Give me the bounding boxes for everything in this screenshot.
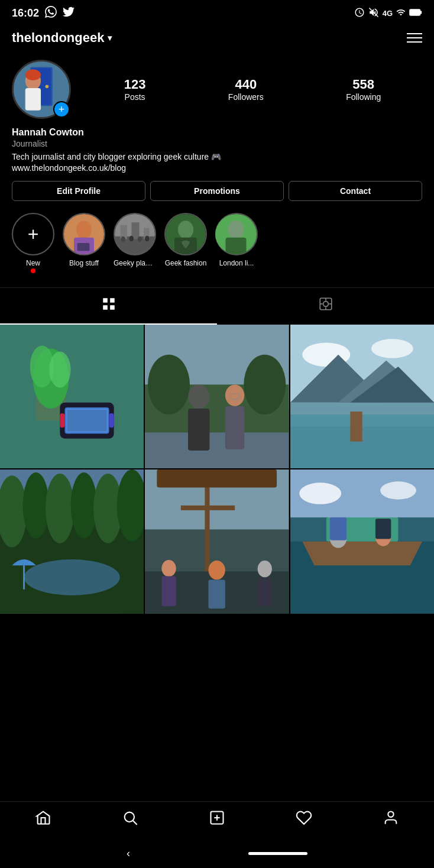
- nav-profile[interactable]: [376, 808, 406, 831]
- svg-point-22: [145, 236, 150, 241]
- status-time: 16:02: [12, 7, 39, 20]
- svg-rect-47: [67, 410, 107, 431]
- story-london-image: [215, 213, 257, 255]
- svg-point-34: [323, 302, 328, 307]
- photo-6-image: [290, 469, 434, 613]
- photo-4-image: [0, 469, 144, 613]
- android-home-pill[interactable]: [248, 852, 307, 855]
- story-fashion[interactable]: Geek fashion: [164, 213, 207, 273]
- svg-point-87: [162, 560, 176, 576]
- svg-point-99: [380, 482, 416, 500]
- story-geeky-label: Geeky places: [114, 259, 156, 267]
- profile-top: + 123 Posts 440 Followers 558 Following: [12, 60, 422, 119]
- svg-point-9: [25, 69, 41, 80]
- svg-rect-84: [181, 506, 235, 510]
- signal-4g-icon: 4G: [383, 9, 393, 18]
- svg-rect-103: [375, 519, 391, 539]
- following-label: Following: [346, 92, 381, 102]
- stories-row: + New Blog stuff: [12, 213, 422, 276]
- svg-point-53: [148, 355, 190, 414]
- svg-point-98: [299, 483, 341, 504]
- grid-photo-2[interactable]: [145, 325, 289, 468]
- signal-bars-icon: [396, 8, 406, 20]
- status-bar: 16:02 4G: [0, 0, 434, 25]
- contact-button[interactable]: Contact: [289, 181, 422, 201]
- nav-home[interactable]: [28, 808, 58, 831]
- nav-post[interactable]: [202, 808, 232, 831]
- svg-point-43: [49, 352, 70, 388]
- nav-search[interactable]: [115, 808, 145, 831]
- grid-photo-3[interactable]: [290, 325, 434, 468]
- grid-photo-5[interactable]: [145, 469, 289, 613]
- story-london-circle: [215, 213, 258, 255]
- tab-tagged[interactable]: [217, 288, 434, 325]
- svg-point-79: [24, 559, 120, 595]
- grid-icon: [101, 296, 116, 315]
- svg-point-20: [129, 236, 134, 241]
- story-blog[interactable]: Blog stuff: [63, 213, 105, 273]
- grid-photo-4[interactable]: [0, 469, 144, 613]
- hamburger-line-3: [407, 41, 422, 43]
- twitter-icon: [63, 6, 75, 21]
- header: thelondongeek ▾: [0, 25, 434, 54]
- edit-profile-button[interactable]: Edit Profile: [12, 181, 145, 201]
- grid-photo-1[interactable]: [0, 325, 144, 468]
- svg-point-63: [371, 339, 413, 358]
- svg-rect-48: [60, 413, 64, 427]
- website-link[interactable]: www.thelondongeek.co.uk/blog: [12, 163, 422, 173]
- svg-rect-2: [420, 11, 422, 14]
- svg-point-91: [258, 561, 272, 577]
- followers-stat[interactable]: 440 Followers: [228, 77, 264, 102]
- svg-rect-69: [350, 412, 362, 442]
- svg-point-19: [121, 237, 125, 242]
- svg-point-55: [188, 384, 209, 409]
- svg-line-105: [133, 821, 137, 824]
- story-new[interactable]: + New: [12, 213, 54, 273]
- occupation: Journalist: [12, 139, 422, 148]
- svg-rect-90: [209, 580, 225, 609]
- android-back-button[interactable]: ‹: [127, 847, 130, 860]
- story-geeky-circle: [114, 213, 156, 255]
- story-geeky[interactable]: Geeky places: [114, 213, 156, 273]
- svg-rect-13: [77, 243, 90, 251]
- svg-rect-58: [225, 406, 244, 449]
- action-buttons: Edit Profile Promotions Contact: [12, 181, 422, 201]
- story-fashion-circle: [164, 213, 207, 255]
- svg-point-57: [225, 384, 244, 406]
- post-icon: [209, 809, 225, 830]
- story-london[interactable]: London li...: [215, 213, 258, 273]
- story-fashion-image: [166, 213, 206, 255]
- story-blog-label: Blog stuff: [69, 259, 99, 267]
- hamburger-line-2: [407, 37, 422, 38]
- home-icon: [35, 809, 51, 830]
- svg-point-11: [76, 221, 92, 238]
- svg-point-24: [178, 221, 193, 238]
- svg-rect-39: [0, 325, 144, 468]
- svg-rect-101: [330, 517, 346, 540]
- story-new-label: New: [26, 259, 40, 267]
- mute-icon: [368, 7, 379, 20]
- search-icon: [122, 809, 138, 830]
- header-username-area[interactable]: thelondongeek ▾: [12, 30, 112, 46]
- menu-button[interactable]: [407, 33, 422, 43]
- tab-grid[interactable]: [0, 288, 217, 325]
- posts-stat[interactable]: 123 Posts: [124, 77, 146, 102]
- svg-point-27: [228, 221, 244, 239]
- grid-photo-6[interactable]: [290, 469, 434, 613]
- avatar-add-button[interactable]: +: [53, 101, 70, 118]
- svg-point-75: [46, 474, 75, 543]
- svg-point-21: [138, 237, 142, 242]
- chevron-down-icon: ▾: [108, 33, 112, 43]
- story-geeky-image: [115, 213, 155, 255]
- svg-point-109: [388, 811, 393, 817]
- username-text: thelondongeek: [12, 30, 104, 46]
- tabs-row: [0, 287, 434, 325]
- avatar-wrapper: +: [12, 60, 71, 119]
- following-stat[interactable]: 558 Following: [346, 77, 381, 102]
- svg-rect-8: [25, 88, 41, 111]
- svg-rect-1: [410, 9, 420, 15]
- profile-section: + 123 Posts 440 Followers 558 Following …: [0, 54, 434, 285]
- nav-activity[interactable]: [289, 808, 319, 831]
- profile-bio: Hannah Cowton Journalist Tech journalist…: [12, 127, 422, 173]
- promotions-button[interactable]: Promotions: [150, 181, 284, 201]
